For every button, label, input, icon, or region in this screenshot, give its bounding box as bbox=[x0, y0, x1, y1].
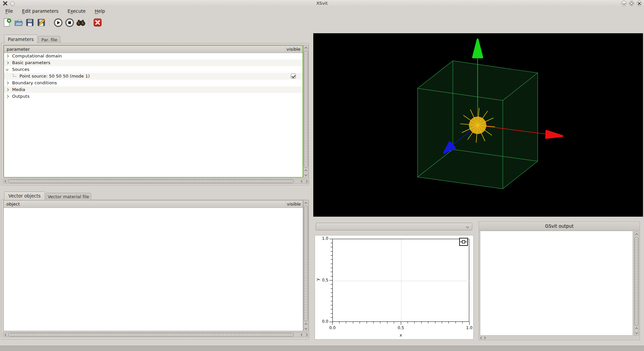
vector-vertical-scrollbar[interactable] bbox=[303, 200, 309, 331]
x-minor-tick bbox=[455, 322, 456, 323]
expand-arrow-icon[interactable] bbox=[6, 55, 9, 57]
menu-edit-parameters[interactable]: Edit parameters bbox=[19, 7, 62, 15]
expand-arrow-icon[interactable] bbox=[6, 95, 9, 98]
gsvit-vertical-scrollbar[interactable] bbox=[634, 231, 639, 336]
new-file-button[interactable] bbox=[1, 16, 13, 29]
viewport-3d[interactable] bbox=[313, 33, 643, 217]
scrollbar-thumb[interactable] bbox=[8, 179, 294, 183]
scroll-up-icon[interactable] bbox=[634, 326, 639, 331]
scroll-down-icon[interactable] bbox=[304, 326, 308, 331]
tree-row-label: Sources bbox=[12, 67, 29, 72]
x-axis-arrow bbox=[546, 131, 562, 138]
menu-help[interactable]: Help bbox=[91, 7, 108, 15]
save-file-as-button[interactable] bbox=[36, 16, 47, 29]
vector-horizontal-scrollbar[interactable] bbox=[3, 332, 309, 337]
scroll-up-icon[interactable] bbox=[304, 46, 308, 50]
scroll-left-icon[interactable] bbox=[300, 179, 304, 183]
tab-vector-objects[interactable]: Vector objects bbox=[4, 191, 45, 200]
y-minor-tick bbox=[331, 305, 332, 305]
x-minor-tick bbox=[408, 322, 408, 323]
column-header-object[interactable]: object bbox=[4, 202, 286, 207]
scroll-right-icon[interactable] bbox=[304, 179, 309, 183]
view-select-combobox[interactable] bbox=[316, 223, 472, 230]
watch-results-button[interactable] bbox=[75, 16, 87, 29]
scroll-left-icon[interactable] bbox=[3, 179, 8, 183]
x-minor-tick bbox=[373, 322, 374, 323]
scrollbar-thumb[interactable] bbox=[304, 206, 308, 321]
maximize-icon bbox=[630, 1, 633, 5]
scroll-right-icon[interactable] bbox=[304, 333, 309, 337]
tree-row[interactable]: Outputs bbox=[4, 93, 303, 100]
scroll-down-icon[interactable] bbox=[634, 331, 639, 335]
parameter-tree: parameter visible Computational domainBa… bbox=[3, 45, 303, 178]
column-header-visible[interactable]: visible bbox=[286, 201, 302, 208]
y-minor-tick bbox=[331, 309, 332, 309]
column-header-parameter[interactable]: parameter bbox=[4, 47, 285, 52]
x-minor-tick bbox=[428, 322, 428, 323]
scroll-up-icon[interactable] bbox=[634, 232, 639, 236]
curve-legend-icon[interactable] bbox=[459, 238, 468, 246]
scroll-up-icon[interactable] bbox=[304, 168, 308, 173]
parameters-horizontal-scrollbar[interactable] bbox=[3, 179, 309, 184]
parameters-vertical-scrollbar[interactable] bbox=[303, 45, 309, 178]
expand-arrow-icon[interactable] bbox=[6, 61, 9, 64]
tree-row[interactable]: Basic parameters bbox=[4, 59, 303, 66]
y-minor-tick bbox=[331, 276, 332, 276]
tree-row[interactable]: Computational domain bbox=[4, 53, 303, 59]
open-file-button[interactable] bbox=[13, 16, 24, 29]
save-file-button[interactable] bbox=[24, 16, 36, 29]
tab-parameters[interactable]: Parameters bbox=[4, 35, 38, 43]
scroll-left-icon[interactable] bbox=[3, 333, 8, 337]
tree-row[interactable]: Boundary conditions bbox=[4, 80, 303, 86]
menubar: FileEdit parametersExecuteHelp bbox=[0, 7, 644, 15]
scroll-right-icon[interactable] bbox=[483, 337, 486, 339]
tab-par-file[interactable]: Par. file bbox=[38, 36, 60, 43]
tree-row[interactable]: Media bbox=[4, 86, 303, 93]
tree-row[interactable]: Point source: 50 50 50 (mode 1) bbox=[4, 73, 303, 80]
x-major-tick bbox=[469, 322, 470, 325]
run-icon bbox=[54, 18, 63, 27]
window-title: XSvit bbox=[0, 1, 644, 6]
maximize-button[interactable] bbox=[629, 1, 634, 6]
y-minor-tick bbox=[331, 268, 332, 268]
expand-arrow-icon[interactable] bbox=[6, 88, 9, 91]
gsvit-horizontal-scrollbar[interactable] bbox=[480, 336, 486, 340]
expand-arrow-icon[interactable] bbox=[6, 82, 9, 84]
menu-execute[interactable]: Execute bbox=[64, 7, 89, 15]
vector-object-list: object visible bbox=[3, 200, 303, 331]
quit-button[interactable] bbox=[92, 16, 103, 29]
tree-row-label: Computational domain bbox=[12, 53, 62, 58]
x-tick-label: 0.0 bbox=[326, 325, 339, 330]
tab-vector-material-file[interactable]: Vector material file bbox=[46, 193, 91, 200]
quit-icon bbox=[93, 18, 102, 27]
y-minor-tick bbox=[331, 289, 332, 289]
tree-row-label: Basic parameters bbox=[12, 60, 50, 65]
minimize-button[interactable] bbox=[621, 1, 627, 6]
menu-file[interactable]: File bbox=[2, 7, 16, 15]
run-button[interactable] bbox=[52, 16, 64, 29]
stop-button[interactable] bbox=[64, 16, 75, 29]
x-minor-tick bbox=[442, 322, 442, 323]
y-major-tick bbox=[329, 239, 332, 239]
scroll-up-icon[interactable] bbox=[304, 322, 308, 326]
scroll-up-icon[interactable] bbox=[304, 201, 308, 205]
tree-row-label: Boundary conditions bbox=[12, 80, 57, 85]
scroll-left-icon[interactable] bbox=[300, 333, 304, 337]
visible-checkbox[interactable] bbox=[291, 74, 296, 79]
x-minor-tick bbox=[414, 322, 415, 323]
gsvit-output-text[interactable] bbox=[480, 231, 633, 336]
tree-row[interactable]: Sources bbox=[4, 66, 303, 73]
collapse-arrow-icon[interactable] bbox=[6, 68, 8, 71]
close-button[interactable] bbox=[637, 1, 642, 6]
save-file-icon bbox=[25, 18, 34, 27]
toolbar-separator bbox=[49, 18, 50, 27]
scrollbar-thumb[interactable] bbox=[8, 333, 294, 337]
parameters-notebook: Parameters Par. file parameter visible C… bbox=[1, 33, 309, 186]
scrollbar-thumb[interactable] bbox=[635, 237, 638, 326]
column-header-visible[interactable]: visible bbox=[285, 46, 302, 53]
y-minor-tick bbox=[331, 259, 332, 260]
x-axis-label: x bbox=[332, 333, 469, 338]
scrollbar-thumb[interactable] bbox=[304, 50, 308, 168]
scroll-down-icon[interactable] bbox=[304, 173, 308, 177]
y-minor-tick bbox=[331, 243, 332, 243]
